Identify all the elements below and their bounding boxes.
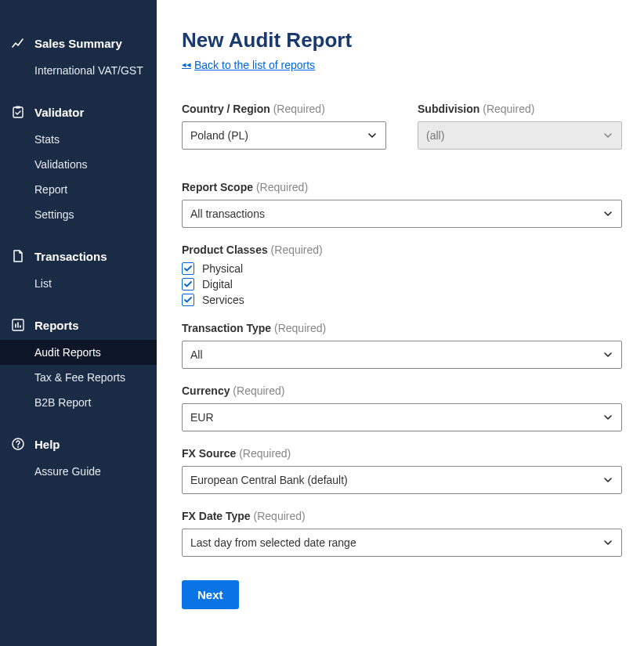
currency-value: EUR [190,411,214,424]
help-circle-icon [11,437,25,451]
country-value: Poland (PL) [190,129,248,142]
fx-source-label: FX Source (Required) [182,447,622,460]
checkbox-services[interactable]: Services [182,294,622,306]
country-label: Country / Region (Required) [182,103,386,115]
label-text: Transaction Type [182,322,271,334]
chevron-down-icon [367,130,378,141]
nav-section-label: Help [34,438,60,451]
nav-section-label: Validator [34,106,84,119]
txn-type-select[interactable]: All [182,341,622,369]
svg-rect-0 [13,107,23,117]
txn-type-value: All [190,348,203,361]
required-hint: (Required) [256,181,308,193]
nav-item-international-vat-gst[interactable]: International VAT/GST [0,58,157,83]
sidebar: Sales SummaryInternational VAT/GSTValida… [0,0,157,646]
nav-item-assure-guide[interactable]: Assure Guide [0,459,157,484]
chevron-down-icon [602,208,613,219]
next-button[interactable]: Next [182,580,239,609]
nav-item-report[interactable]: Report [0,177,157,202]
required-hint: (Required) [239,447,291,460]
product-classes-label: Product Classes (Required) [182,244,622,256]
nav-item-validations[interactable]: Validations [0,152,157,177]
label-text: Currency [182,384,230,397]
chevron-down-icon [602,475,613,485]
checkbox-icon [182,294,194,306]
nav-section-sales-summary[interactable]: Sales Summary [0,28,157,58]
back-link-label: Back to the list of reports [194,59,315,71]
nav-item-tax-fee-reports[interactable]: Tax & Fee Reports [0,365,157,390]
currency-select[interactable]: EUR [182,403,622,431]
scope-label: Report Scope (Required) [182,181,622,193]
chevron-down-icon [602,537,613,548]
rewind-icon: ◂◂ [182,60,191,70]
chevron-down-icon [602,349,613,360]
nav-item-stats[interactable]: Stats [0,127,157,152]
checkbox-icon [182,262,194,275]
required-hint: (Required) [271,244,323,256]
checkbox-digital[interactable]: Digital [182,278,622,291]
checkbox-label: Digital [202,278,233,291]
nav-item-b2b-report[interactable]: B2B Report [0,390,157,415]
svg-rect-1 [16,106,20,109]
nav-item-settings[interactable]: Settings [0,202,157,227]
chevron-down-icon [602,130,613,141]
label-text: Subdivision [418,103,479,115]
field-currency: Currency (Required) EUR [182,384,622,431]
subdivision-value: (all) [426,129,444,142]
page-title: New Audit Report [182,28,622,52]
nav-section-label: Sales Summary [34,37,122,50]
nav-section-label: Transactions [34,250,107,263]
label-text: Country / Region [182,103,270,115]
fx-date-type-value: Last day from selected date range [190,536,356,549]
fx-source-select[interactable]: European Central Bank (default) [182,466,622,494]
clipboard-check-icon [11,105,25,119]
back-to-list-link[interactable]: ◂◂ Back to the list of reports [182,59,315,71]
txn-type-label: Transaction Type (Required) [182,322,622,334]
fx-date-type-label: FX Date Type (Required) [182,510,622,522]
field-subdivision: Subdivision (Required) (all) [418,103,622,150]
required-hint: (Required) [483,103,534,115]
label-text: FX Date Type [182,510,251,522]
nav-item-list[interactable]: List [0,271,157,296]
label-text: Product Classes [182,244,268,256]
fx-source-value: European Central Bank (default) [190,474,348,486]
checkbox-label: Physical [202,262,243,275]
subdivision-select: (all) [418,121,622,150]
country-select[interactable]: Poland (PL) [182,121,386,150]
field-scope: Report Scope (Required) All transactions [182,181,622,228]
bar-chart-icon [11,318,25,332]
document-icon [11,249,25,263]
currency-label: Currency (Required) [182,384,622,397]
nav-section-reports[interactable]: Reports [0,310,157,340]
label-text: Report Scope [182,181,253,193]
chevron-down-icon [602,412,613,423]
scope-value: All transactions [190,208,265,220]
chart-line-icon [11,36,25,50]
field-country: Country / Region (Required) Poland (PL) [182,103,386,150]
scope-select[interactable]: All transactions [182,200,622,228]
field-fx-date-type: FX Date Type (Required) Last day from se… [182,510,622,557]
subdivision-label: Subdivision (Required) [418,103,622,115]
main-content: New Audit Report ◂◂ Back to the list of … [157,0,644,646]
nav-item-audit-reports[interactable]: Audit Reports [0,340,157,365]
required-hint: (Required) [274,322,326,334]
checkbox-label: Services [202,294,244,306]
field-fx-source: FX Source (Required) European Central Ba… [182,447,622,494]
checkbox-physical[interactable]: Physical [182,262,622,275]
nav-section-transactions[interactable]: Transactions [0,241,157,271]
nav-section-help[interactable]: Help [0,429,157,459]
required-hint: (Required) [273,103,325,115]
checkbox-icon [182,278,194,291]
svg-point-4 [17,446,19,448]
nav-section-validator[interactable]: Validator [0,97,157,127]
required-hint: (Required) [233,384,284,397]
label-text: FX Source [182,447,236,460]
nav-section-label: Reports [34,319,79,332]
field-txn-type: Transaction Type (Required) All [182,322,622,369]
required-hint: (Required) [254,510,306,522]
field-product-classes: Product Classes (Required) PhysicalDigit… [182,244,622,306]
fx-date-type-select[interactable]: Last day from selected date range [182,529,622,557]
